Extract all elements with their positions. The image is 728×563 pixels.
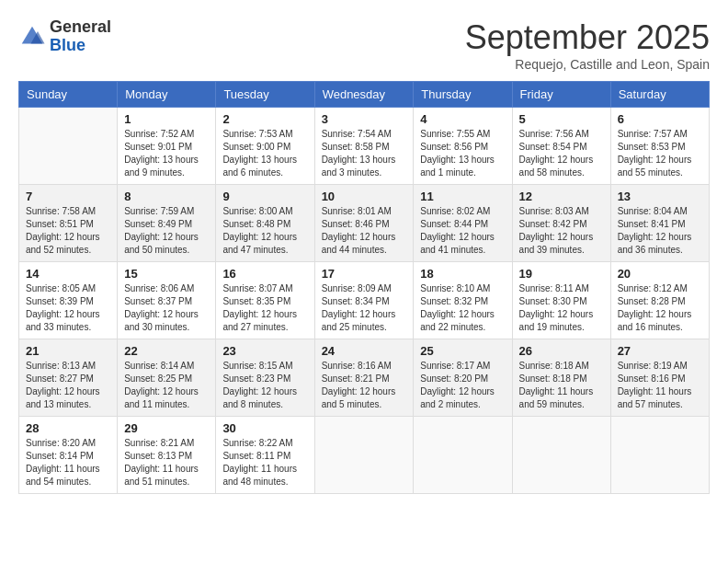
- calendar-cell: 21Sunrise: 8:13 AMSunset: 8:27 PMDayligh…: [19, 339, 118, 417]
- day-number: 17: [322, 267, 407, 281]
- day-info: Sunrise: 7:59 AMSunset: 8:49 PMDaylight:…: [124, 205, 209, 257]
- day-info: Sunrise: 8:21 AMSunset: 8:13 PMDaylight:…: [124, 437, 209, 488]
- day-info: Sunrise: 8:19 AMSunset: 8:16 PMDaylight:…: [618, 360, 702, 411]
- day-info: Sunrise: 8:02 AMSunset: 8:44 PMDaylight:…: [420, 205, 505, 257]
- calendar-cell: 7Sunrise: 7:58 AMSunset: 8:51 PMDaylight…: [19, 185, 118, 262]
- calendar-cell: 2Sunrise: 7:53 AMSunset: 9:00 PMDaylight…: [216, 108, 314, 185]
- day-number: 23: [222, 344, 307, 358]
- day-info: Sunrise: 8:00 AMSunset: 8:48 PMDaylight:…: [222, 205, 307, 257]
- day-info: Sunrise: 8:01 AMSunset: 8:46 PMDaylight:…: [322, 205, 407, 257]
- day-info: Sunrise: 8:14 AMSunset: 8:25 PMDaylight:…: [124, 360, 209, 411]
- logo-icon: [18, 23, 46, 51]
- calendar-cell: 16Sunrise: 8:07 AMSunset: 8:35 PMDayligh…: [216, 262, 314, 339]
- calendar-cell: 27Sunrise: 8:19 AMSunset: 8:16 PMDayligh…: [610, 339, 709, 417]
- day-info: Sunrise: 8:20 AMSunset: 8:14 PMDaylight:…: [26, 437, 110, 488]
- day-info: Sunrise: 8:11 AMSunset: 8:30 PMDaylight:…: [519, 282, 604, 334]
- day-number: 4: [420, 112, 505, 126]
- calendar-cell: 29Sunrise: 8:21 AMSunset: 8:13 PMDayligh…: [118, 417, 216, 494]
- calendar-cell: 19Sunrise: 8:11 AMSunset: 8:30 PMDayligh…: [512, 262, 610, 339]
- calendar-cell: 3Sunrise: 7:54 AMSunset: 8:58 PMDaylight…: [314, 108, 414, 185]
- logo-text: General Blue: [50, 18, 111, 55]
- calendar-cell: 22Sunrise: 8:14 AMSunset: 8:25 PMDayligh…: [118, 339, 216, 417]
- day-number: 29: [124, 421, 209, 435]
- day-info: Sunrise: 7:57 AMSunset: 8:53 PMDaylight:…: [618, 128, 702, 179]
- day-number: 25: [420, 344, 505, 358]
- col-header-sunday: Sunday: [19, 82, 118, 108]
- day-number: 16: [222, 267, 307, 281]
- calendar-week-row: 28Sunrise: 8:20 AMSunset: 8:14 PMDayligh…: [19, 417, 710, 494]
- calendar-cell: 10Sunrise: 8:01 AMSunset: 8:46 PMDayligh…: [314, 185, 414, 262]
- col-header-saturday: Saturday: [610, 82, 709, 108]
- day-info: Sunrise: 8:22 AMSunset: 8:11 PMDaylight:…: [222, 437, 307, 488]
- day-number: 13: [618, 190, 702, 203]
- day-info: Sunrise: 8:15 AMSunset: 8:23 PMDaylight:…: [222, 360, 307, 411]
- calendar-cell: 4Sunrise: 7:55 AMSunset: 8:56 PMDaylight…: [414, 108, 512, 185]
- day-info: Sunrise: 8:06 AMSunset: 8:37 PMDaylight:…: [124, 282, 209, 334]
- calendar-cell: 6Sunrise: 7:57 AMSunset: 8:53 PMDaylight…: [610, 108, 709, 185]
- page-header: General Blue September 2025 Requejo, Cas…: [18, 18, 710, 72]
- col-header-thursday: Thursday: [414, 82, 512, 108]
- day-number: 26: [519, 344, 604, 358]
- calendar-cell: 11Sunrise: 8:02 AMSunset: 8:44 PMDayligh…: [414, 185, 512, 262]
- calendar-cell: [512, 417, 610, 494]
- month-title: September 2025: [465, 18, 710, 57]
- col-header-monday: Monday: [118, 82, 216, 108]
- calendar-cell: 13Sunrise: 8:04 AMSunset: 8:41 PMDayligh…: [610, 185, 709, 262]
- calendar-cell: 23Sunrise: 8:15 AMSunset: 8:23 PMDayligh…: [216, 339, 314, 417]
- calendar-header-row: SundayMondayTuesdayWednesdayThursdayFrid…: [19, 82, 710, 108]
- calendar-cell: 8Sunrise: 7:59 AMSunset: 8:49 PMDaylight…: [118, 185, 216, 262]
- day-number: 10: [322, 190, 407, 203]
- day-number: 14: [26, 267, 110, 281]
- day-info: Sunrise: 8:03 AMSunset: 8:42 PMDaylight:…: [519, 205, 604, 257]
- calendar-cell: [19, 108, 118, 185]
- day-info: Sunrise: 7:54 AMSunset: 8:58 PMDaylight:…: [322, 128, 407, 179]
- day-info: Sunrise: 7:55 AMSunset: 8:56 PMDaylight:…: [420, 128, 505, 179]
- day-number: 8: [124, 190, 209, 203]
- day-info: Sunrise: 8:17 AMSunset: 8:20 PMDaylight:…: [420, 360, 505, 411]
- calendar-cell: 15Sunrise: 8:06 AMSunset: 8:37 PMDayligh…: [118, 262, 216, 339]
- day-number: 11: [420, 190, 505, 203]
- day-info: Sunrise: 8:18 AMSunset: 8:18 PMDaylight:…: [519, 360, 604, 411]
- calendar-table: SundayMondayTuesdayWednesdayThursdayFrid…: [18, 81, 710, 494]
- location-subtitle: Requejo, Castille and Leon, Spain: [465, 57, 710, 72]
- calendar-cell: 26Sunrise: 8:18 AMSunset: 8:18 PMDayligh…: [512, 339, 610, 417]
- day-number: 19: [519, 267, 604, 281]
- day-number: 15: [124, 267, 209, 281]
- day-info: Sunrise: 8:13 AMSunset: 8:27 PMDaylight:…: [26, 360, 110, 411]
- day-number: 7: [26, 190, 110, 203]
- day-number: 18: [420, 267, 505, 281]
- calendar-cell: 20Sunrise: 8:12 AMSunset: 8:28 PMDayligh…: [610, 262, 709, 339]
- day-number: 6: [618, 112, 702, 126]
- day-info: Sunrise: 8:09 AMSunset: 8:34 PMDaylight:…: [322, 282, 407, 334]
- day-number: 20: [618, 267, 702, 281]
- calendar-cell: 28Sunrise: 8:20 AMSunset: 8:14 PMDayligh…: [19, 417, 118, 494]
- calendar-cell: 12Sunrise: 8:03 AMSunset: 8:42 PMDayligh…: [512, 185, 610, 262]
- calendar-week-row: 7Sunrise: 7:58 AMSunset: 8:51 PMDaylight…: [19, 185, 710, 262]
- day-info: Sunrise: 8:12 AMSunset: 8:28 PMDaylight:…: [618, 282, 702, 334]
- calendar-cell: 18Sunrise: 8:10 AMSunset: 8:32 PMDayligh…: [414, 262, 512, 339]
- day-number: 9: [222, 190, 307, 203]
- day-number: 12: [519, 190, 604, 203]
- col-header-wednesday: Wednesday: [314, 82, 414, 108]
- col-header-friday: Friday: [512, 82, 610, 108]
- day-info: Sunrise: 8:07 AMSunset: 8:35 PMDaylight:…: [222, 282, 307, 334]
- day-number: 24: [322, 344, 407, 358]
- title-section: September 2025 Requejo, Castille and Leo…: [465, 18, 710, 72]
- day-info: Sunrise: 8:16 AMSunset: 8:21 PMDaylight:…: [322, 360, 407, 411]
- calendar-cell: [414, 417, 512, 494]
- day-number: 2: [222, 112, 307, 126]
- day-number: 28: [26, 421, 110, 435]
- calendar-cell: 24Sunrise: 8:16 AMSunset: 8:21 PMDayligh…: [314, 339, 414, 417]
- calendar-week-row: 1Sunrise: 7:52 AMSunset: 9:01 PMDaylight…: [19, 108, 710, 185]
- calendar-cell: 25Sunrise: 8:17 AMSunset: 8:20 PMDayligh…: [414, 339, 512, 417]
- day-number: 30: [222, 421, 307, 435]
- day-info: Sunrise: 7:53 AMSunset: 9:00 PMDaylight:…: [222, 128, 307, 179]
- logo: General Blue: [18, 18, 111, 55]
- day-number: 22: [124, 344, 209, 358]
- calendar-cell: [610, 417, 709, 494]
- calendar-cell: 5Sunrise: 7:56 AMSunset: 8:54 PMDaylight…: [512, 108, 610, 185]
- day-number: 1: [124, 112, 209, 126]
- day-info: Sunrise: 7:52 AMSunset: 9:01 PMDaylight:…: [124, 128, 209, 179]
- day-info: Sunrise: 8:04 AMSunset: 8:41 PMDaylight:…: [618, 205, 702, 257]
- calendar-cell: [314, 417, 414, 494]
